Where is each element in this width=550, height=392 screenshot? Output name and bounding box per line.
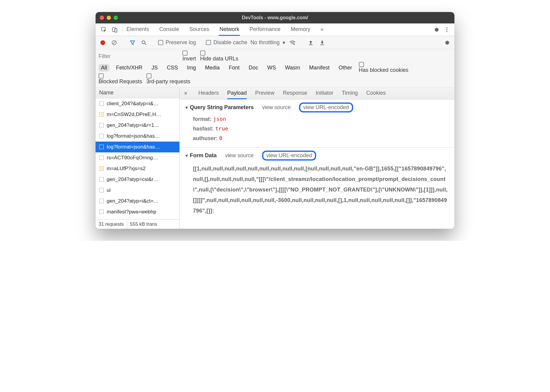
inspect-element-icon[interactable] (99, 23, 109, 36)
param-key: authuser: (193, 135, 219, 141)
more-tabs-icon[interactable]: » (320, 23, 324, 36)
document-file-icon (99, 101, 104, 106)
param-value: true (215, 125, 228, 132)
svg-point-5 (446, 29, 447, 30)
device-toolbar-icon[interactable] (109, 23, 120, 36)
tab-memory[interactable]: Memory (290, 23, 311, 36)
detail-tab-cookies[interactable]: Cookies (366, 87, 386, 99)
has-blocked-cookies-checkbox[interactable]: Has blocked cookies (359, 62, 408, 73)
gear-icon[interactable] (443, 40, 451, 46)
window-title: DevTools - www.google.com/ (96, 15, 454, 20)
preserve-log-checkbox[interactable]: Preserve log (158, 39, 196, 46)
svg-point-4 (446, 27, 447, 28)
main-tabs: Elements Console Sources Network Perform… (126, 23, 324, 36)
checkbox-icon (146, 73, 151, 78)
request-row[interactable]: ⟨⟩m=aLUfP?xjs=s2 (96, 163, 179, 174)
type-filter-fetch-xhr[interactable]: Fetch/XHR (114, 64, 145, 72)
form-data-section: ▼Form Data view source view URL-encoded … (180, 147, 454, 220)
network-conditions-icon[interactable] (288, 40, 297, 45)
download-har-icon[interactable] (318, 40, 326, 45)
filter-input[interactable] (99, 52, 178, 60)
separator (122, 26, 122, 33)
detail-tab-initiator[interactable]: Initiator (316, 87, 333, 99)
request-name: client_204?&atyp=i&… (107, 101, 158, 107)
close-window-button[interactable] (100, 16, 104, 20)
content-area: Name client_204?&atyp=i&…⟨⟩m=CnSW2d,DPre… (96, 87, 454, 229)
invert-checkbox[interactable]: Invert (182, 51, 196, 62)
disclosure-triangle-icon[interactable]: ▼Query String Parameters (185, 104, 254, 111)
document-file-icon (99, 134, 104, 138)
main-tabs-bar: Elements Console Sources Network Perform… (96, 23, 454, 36)
type-filter-manifest[interactable]: Manifest (307, 64, 332, 72)
request-row[interactable]: log?format=json&has… (96, 131, 179, 142)
document-file-icon (99, 155, 104, 160)
tab-sources[interactable]: Sources (189, 23, 210, 36)
type-filter-media[interactable]: Media (203, 64, 222, 72)
request-row[interactable]: manifest?pwa=webhp (96, 207, 179, 217)
column-header-name[interactable]: Name (96, 87, 179, 98)
request-row[interactable]: ui (96, 185, 179, 196)
blocked-requests-checkbox[interactable]: Blocked Requests (99, 73, 142, 85)
document-file-icon (99, 145, 104, 149)
type-filter-img[interactable]: Img (185, 64, 198, 72)
gear-icon[interactable] (432, 27, 442, 33)
request-row[interactable]: client_204?&atyp=i&… (96, 98, 179, 109)
tab-elements[interactable]: Elements (126, 23, 150, 36)
tab-network[interactable]: Network (219, 23, 240, 36)
tab-console[interactable]: Console (159, 23, 180, 36)
svg-point-6 (446, 31, 447, 32)
request-row[interactable]: gen_204?atyp=i&r=1… (96, 120, 179, 131)
type-filter-css[interactable]: CSS (164, 64, 180, 72)
detail-tab-headers[interactable]: Headers (198, 87, 219, 99)
request-name: m=aLUfP?xjs=s2 (107, 166, 145, 172)
type-filter-all[interactable]: All (99, 64, 109, 72)
hide-data-urls-label: Hide data URLs (200, 56, 238, 62)
view-url-encoded-link[interactable]: view URL-encoded (299, 103, 353, 112)
type-filter-ws[interactable]: WS (265, 64, 278, 72)
detail-tab-preview[interactable]: Preview (255, 87, 274, 99)
disclosure-triangle-icon[interactable]: ▼Form Data (185, 152, 217, 159)
document-file-icon (99, 123, 104, 127)
type-filter-wasm[interactable]: Wasm (283, 64, 302, 72)
clear-icon[interactable] (110, 40, 118, 46)
request-row[interactable]: gen_204?atyp=csi&r… (96, 174, 179, 185)
type-filter-doc[interactable]: Doc (246, 64, 261, 72)
detail-tab-payload[interactable]: Payload (227, 87, 247, 99)
hide-data-urls-checkbox[interactable]: Hide data URLs (200, 51, 238, 62)
type-filter-other[interactable]: Other (336, 64, 355, 72)
checkbox-icon (182, 51, 188, 56)
view-source-link[interactable]: view source (225, 152, 254, 159)
detail-tabs: × Headers Payload Preview Response Initi… (180, 87, 454, 100)
upload-har-icon[interactable] (307, 40, 315, 45)
record-button[interactable] (99, 40, 107, 45)
param-key: hasfast: (193, 126, 215, 132)
zoom-window-button[interactable] (114, 16, 118, 20)
disable-cache-checkbox[interactable]: Disable cache (206, 39, 247, 46)
minimize-window-button[interactable] (107, 16, 111, 20)
document-file-icon (99, 188, 104, 192)
filter-icon[interactable] (128, 40, 137, 45)
view-source-link[interactable]: view source (262, 104, 291, 111)
svg-rect-2 (115, 29, 117, 32)
throttling-select[interactable]: No throttling ▾ (250, 39, 285, 46)
request-name: gen_204?atyp=i&ct=… (107, 198, 159, 204)
kebab-menu-icon[interactable] (442, 27, 452, 33)
detail-tab-timing[interactable]: Timing (342, 87, 358, 99)
third-party-checkbox[interactable]: 3rd-party requests (146, 73, 190, 85)
window-controls (100, 16, 118, 20)
type-filter-font[interactable]: Font (226, 64, 242, 72)
request-name: gen_204?atyp=i&r=1… (107, 122, 159, 128)
type-filter-js[interactable]: JS (149, 64, 160, 72)
network-toolbar: Preserve log Disable cache No throttling… (96, 36, 454, 49)
checkbox-icon (359, 62, 364, 67)
view-url-encoded-link[interactable]: view URL-encoded (262, 151, 316, 161)
search-icon[interactable] (140, 40, 148, 45)
request-row[interactable]: rs=ACT90oFqOrnng… (96, 152, 179, 163)
request-row[interactable]: ⟨⟩m=CnSW2d,DPreE,H… (96, 109, 179, 120)
tab-performance[interactable]: Performance (249, 23, 281, 36)
close-icon[interactable]: × (184, 87, 190, 99)
svg-point-8 (142, 41, 145, 44)
detail-tab-response[interactable]: Response (283, 87, 307, 99)
request-row[interactable]: gen_204?atyp=i&ct=… (96, 196, 179, 207)
request-row[interactable]: log?format=json&has… (96, 142, 179, 152)
